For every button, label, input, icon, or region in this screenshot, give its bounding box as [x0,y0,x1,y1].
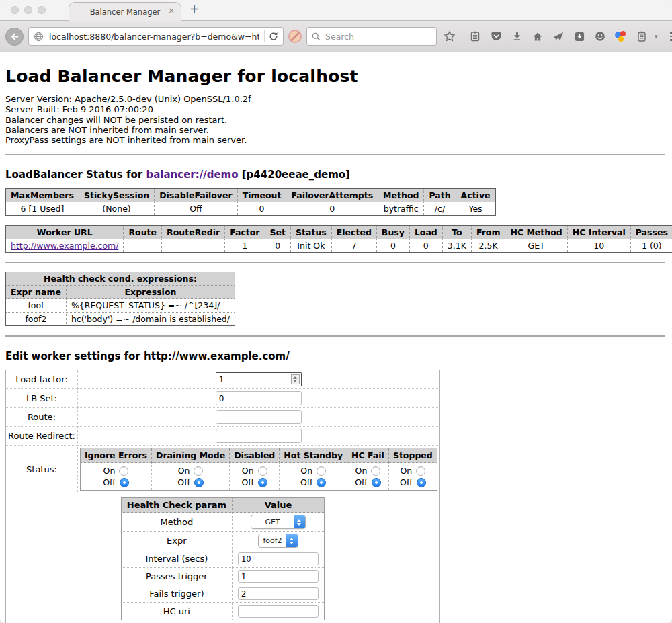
header-cell: Status [291,226,332,239]
hc-passes-input[interactable] [238,570,319,583]
worker-table: Worker URL Route RouteRedir Factor Set S… [5,225,672,253]
url-input[interactable] [48,31,260,42]
load-factor-input[interactable] [216,372,302,386]
radio-off[interactable] [194,478,204,487]
feedback-smiley-button[interactable] [592,27,608,46]
radio-on[interactable] [119,466,128,476]
health-check-table: Health Check param Value Method GET Expr [121,497,325,620]
expressions-header-row: Expr name Expression [6,286,235,299]
worker-url-link[interactable]: http://www.example.com/ [11,241,118,251]
radio-off[interactable] [372,478,381,487]
spinner-down-icon[interactable] [293,380,297,382]
colorful-dots-extension-button[interactable] [613,27,629,46]
radio-on[interactable] [416,466,425,476]
content-blocked-icon[interactable] [288,30,302,43]
selected-option: foof2 [259,536,286,545]
back-button[interactable] [5,28,24,46]
balancer-summary-table: MaxMembers StickySession DisableFailover… [5,188,496,216]
data-cell: bytraffic [378,202,424,216]
home-button[interactable] [530,27,546,46]
header-cell: To [442,226,471,239]
color-dots-icon [615,31,627,42]
radio-off[interactable] [317,478,326,487]
balancer-link[interactable]: balancer://demo [146,169,238,181]
tab-balancer-manager[interactable]: Balancer Manager × [69,2,181,21]
radio-on[interactable] [317,466,326,476]
expressions-title-row: Health check cond. expressions: [6,272,235,286]
radio-on[interactable] [258,466,267,476]
data-cell: 0 [376,239,409,253]
divider [5,154,665,155]
menu-button[interactable] [667,27,672,46]
header-cell: HC Interval [567,226,630,239]
inherit-note-line: Balancers are NOT inherited from main se… [5,125,665,135]
hc-header-row: Health Check param Value [121,498,324,513]
radio-on[interactable] [194,466,203,476]
send-tab-button[interactable] [550,27,566,46]
search-icon [312,32,321,41]
hc-method-select[interactable]: GET [251,515,306,529]
radio-off-label: Off [400,477,412,487]
data-cell [124,239,162,253]
form-row-status: Status: Ignore Errors Draining Mode Disa… [6,446,440,493]
summary-header-row: MaxMembers StickySession DisableFailover… [6,189,496,202]
urlbar-divider [264,30,265,42]
window-controls [11,6,46,14]
radio-on-label: On [103,466,116,476]
header-cell: Worker URL [6,226,124,239]
search-input[interactable] [324,31,431,42]
hc-method-cell: GET [232,513,324,532]
zoom-window-button[interactable] [38,6,46,14]
server-built-line: Server Built: Feb 9 2016 07:00:20 [5,104,665,114]
status-header-row: Ignore Errors Draining Mode Disabled Hot… [80,448,437,463]
worker-url-cell: http://www.example.com/ [6,239,124,253]
expressions-title: Health check cond. expressions: [6,272,235,286]
hc-fails-input[interactable] [238,587,319,600]
close-window-button[interactable] [11,6,19,14]
downloads-button[interactable] [509,27,525,46]
radio-off[interactable] [120,478,129,487]
header-cell: RouteRedir [162,226,225,239]
route-redirect-input[interactable] [216,429,302,443]
download-arrow-icon [512,31,522,42]
radio-off-label: Off [177,477,190,487]
reading-list-button[interactable] [467,27,483,46]
url-bar[interactable] [28,27,284,46]
route-input[interactable] [216,410,302,424]
reload-icon[interactable] [269,32,278,41]
new-tab-button[interactable]: + [190,2,199,15]
pocket-button[interactable] [488,27,504,46]
expr-value-cell: hc('body') =~ /domain is established/ [66,313,235,326]
radio-on[interactable] [371,466,380,476]
lb-set-input[interactable] [216,391,302,405]
hc-row-expr: Expr foof2 [121,532,324,550]
hc-interval-input[interactable] [238,552,319,565]
pocket-icon [491,31,502,42]
overflow-caret-icon[interactable]: ▾ [655,33,658,40]
status-group-ignore-errors: On Off [80,463,151,491]
form-row: Route Redirect: [6,427,440,446]
tab-close-icon[interactable]: × [168,6,175,15]
status-radio-row: On Off On Off On Off [80,463,437,491]
hc-expr-cell: foof2 [232,532,324,550]
spinner-up-icon[interactable] [293,376,297,379]
hc-uri-input[interactable] [238,605,319,618]
extension-download-button[interactable] [571,27,587,46]
radio-off[interactable] [417,478,426,487]
lb-set-cell [77,389,439,408]
number-spinner[interactable] [291,374,300,384]
page-content: Load Balancer Manager for localhost Serv… [0,52,672,623]
select-chevrons-icon [286,534,298,547]
status-col-header: Disabled [230,448,280,463]
hc-expr-select[interactable]: foof2 [258,534,298,548]
minimize-window-button[interactable] [24,6,32,14]
tab-title: Balancer Manager [90,7,161,17]
edit-worker-heading: Edit worker settings for http://www.exam… [5,350,665,362]
bookmark-star-button[interactable] [442,27,458,46]
battery-extension-button[interactable] [634,27,650,46]
header-cell: Expr name [6,286,67,299]
search-bar[interactable] [306,27,437,46]
radio-off[interactable] [258,478,267,487]
data-cell: Off [155,202,237,216]
radio-on-label: On [242,466,254,476]
